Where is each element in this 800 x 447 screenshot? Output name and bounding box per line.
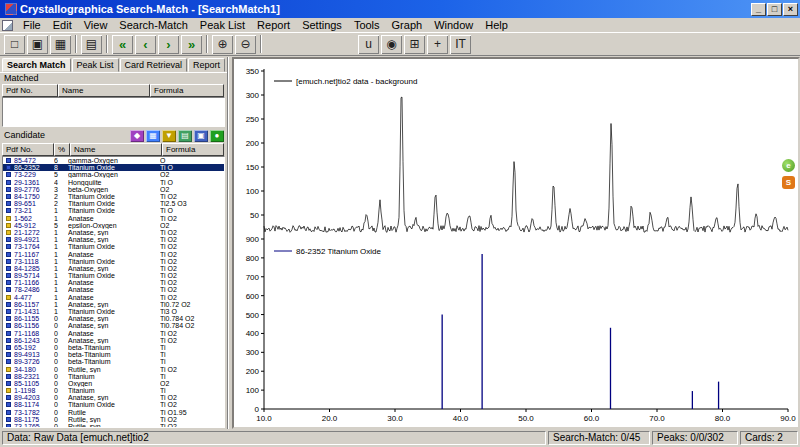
tab-card-retrieval[interactable]: Card Retrieval [120,58,188,72]
candidate-row[interactable]: 86-11560Anatase, synTi0.784 O2 [3,322,224,329]
menu-file[interactable]: File [17,18,47,32]
match-percent: 0 [54,387,68,394]
menu-settings[interactable]: Settings [296,18,348,32]
list-view-button[interactable]: ▤ [178,130,192,142]
tab-report[interactable]: Report [188,58,225,72]
save-list-button[interactable]: ▣ [194,130,208,142]
diffraction-chart[interactable]: 3503002502001501005090080070060050040030… [234,59,796,427]
title-bar[interactable]: Crystallographica Search-Match - [Search… [0,0,800,18]
phase-name: Anatase, syn [68,315,160,322]
candidate-row[interactable]: 45-9125epsilon-OxygenO2 [3,222,224,229]
candidate-row[interactable]: 84-12851Anatase, synTi O2 [3,265,224,272]
candidate-row[interactable]: 88-11740Titanium OxideTi O2 [3,401,224,408]
candidate-row[interactable]: 65-1920beta-TitaniumTi [3,344,224,351]
menu-peak-list[interactable]: Peak List [194,18,251,32]
menu-graph[interactable]: Graph [386,18,429,32]
matched-col-name[interactable]: Name [58,84,150,97]
candidate-row[interactable]: 73-17820RutileTi O1.95 [3,409,224,416]
close-button[interactable]: × [783,3,798,16]
candidate-row[interactable]: 89-27763beta-OxygenO2 [3,186,224,193]
save-button[interactable]: ▦ [50,35,71,54]
candidate-row[interactable]: 73-211Titanium OxideTi O [3,207,224,214]
tab-search-match[interactable]: Search Match [2,58,71,72]
zoom-out-button[interactable]: ⊖ [235,35,256,54]
minimize-button[interactable]: _ [751,3,766,16]
candidate-row[interactable]: 88-11750Rutile, synTi O2 [3,416,224,423]
candidate-row[interactable]: 85-4726gamma-OxygenO [3,157,224,164]
candidate-row[interactable]: 89-37260beta-TitaniumTi [3,358,224,365]
candidate-toolbar: Candidate ◆▦▼▤▣● [0,127,227,143]
pdf-number: 84-1750 [14,193,54,200]
candidate-row[interactable]: 86-23528Titanium OxideTi O [3,164,224,171]
last-pattern-button[interactable]: » [181,35,202,54]
open-file-button[interactable]: ▣ [27,35,48,54]
formula: Ti0.72 O2 [160,301,220,308]
formula: Ti O2 [160,294,220,301]
sort-button[interactable]: ▼ [162,130,176,142]
menu-tools[interactable]: Tools [348,18,386,32]
candidate-row[interactable]: 86-12430Anatase, synTi O2 [3,337,224,344]
next-pattern-button[interactable]: › [158,35,179,54]
candidate-row[interactable]: 71-11661AnataseTi O2 [3,279,224,286]
menu-window[interactable]: Window [428,18,479,32]
candidate-row[interactable]: 89-49130beta-TitaniumTi [3,351,224,358]
mdi-child-icon[interactable] [2,20,13,31]
matched-col-pdf[interactable]: Pdf No. [2,84,58,97]
candidate-row[interactable]: 73-17641Titanium OxideTi O2 [3,243,224,250]
candidate-row[interactable]: 1-11980TitaniumTi [3,387,224,394]
first-pattern-button[interactable]: « [112,35,133,54]
matched-col-formula[interactable]: Formula [150,84,224,97]
candidate-row[interactable]: 71-11671AnataseTi O2 [3,250,224,257]
match-percent: 0 [54,322,68,329]
candidate-row[interactable]: 71-14311Titanium OxideTi3 O [3,308,224,315]
candidate-row[interactable]: 89-6512Titanium OxideTi2.5 O3 [3,200,224,207]
candidate-row[interactable]: 89-49211Anatase, synTi O2 [3,236,224,243]
candidate-col-name[interactable]: Name [70,143,162,156]
previous-pattern-button[interactable]: ‹ [135,35,156,54]
candidate-list[interactable]: 85-4726gamma-OxygenO86-23528Titanium Oxi… [2,156,225,428]
zoom-region-button[interactable]: ◉ [381,35,402,54]
candidate-row[interactable]: 21-12721Anatase, synTi O2 [3,229,224,236]
candidate-row[interactable]: 73-17650Rutile, synTi O2 [3,423,224,428]
menu-search-match[interactable]: Search-Match [113,18,193,32]
candidate-row[interactable]: 86-11550Anatase, synTi0.784 O2 [3,315,224,322]
candidate-row[interactable]: 84-17502Titanium OxideTi O2 [3,193,224,200]
candidate-row[interactable]: 85-11050OxygenO2 [3,380,224,387]
candidate-row[interactable]: 29-13614HongquiiteTi O [3,179,224,186]
candidate-row[interactable]: 88-23210TitaniumTi [3,373,224,380]
menu-report[interactable]: Report [251,18,296,32]
tab-peak-list[interactable]: Peak List [72,58,119,72]
pdf-number: 89-4203 [14,394,54,401]
print-button[interactable]: ▤ [81,35,102,54]
candidate-row[interactable]: 71-11680AnataseTi O2 [3,330,224,337]
candidate-row[interactable]: 89-42030Anatase, synTi O2 [3,394,224,401]
svg-text:300: 300 [246,348,260,357]
crosshair-tool-button[interactable]: + [427,35,448,54]
candidate-row[interactable]: 78-24861AnataseTi O2 [3,286,224,293]
zoom-in-button[interactable]: ⊕ [212,35,233,54]
menu-view[interactable]: View [78,18,114,32]
maximize-button[interactable]: □ [767,3,782,16]
candidate-row[interactable]: 73-2295gamma-OxygenO2 [3,171,224,178]
candidate-row[interactable]: 89-57141Titanium OxideTi O2 [3,272,224,279]
candidate-col-percent[interactable]: % [54,143,70,156]
match-card-button[interactable]: ◆ [130,130,144,142]
new-file-button[interactable]: □ [4,35,25,54]
matched-list[interactable] [2,97,225,127]
candidate-row[interactable]: 4-4771AnataseTi O2 [3,294,224,301]
candidate-row[interactable]: 73-11181Titanium OxideTi O2 [3,258,224,265]
candidate-row[interactable]: 86-11571Anatase, synTi0.72 O2 [3,301,224,308]
grid-toggle-button[interactable]: ⊞ [404,35,425,54]
candidate-col-formula[interactable]: Formula [162,143,224,156]
label-tool-button[interactable]: IT [450,35,471,54]
card-info-button[interactable]: ▦ [146,130,160,142]
candidate-row[interactable]: 1-5621AnataseTi O2 [3,215,224,222]
web-lookup-button[interactable]: ● [210,130,224,142]
candidate-col-pdf[interactable]: Pdf No. [2,143,54,156]
cursor-tool-button[interactable]: u [358,35,379,54]
candidate-row[interactable]: 34-1800Rutile, synTi O2 [3,365,224,372]
application-window: { "window": { "title": "Crystallographic… [0,0,800,447]
menu-help[interactable]: Help [479,18,514,32]
menu-edit[interactable]: Edit [47,18,78,32]
phase-name: Rutile [68,409,160,416]
